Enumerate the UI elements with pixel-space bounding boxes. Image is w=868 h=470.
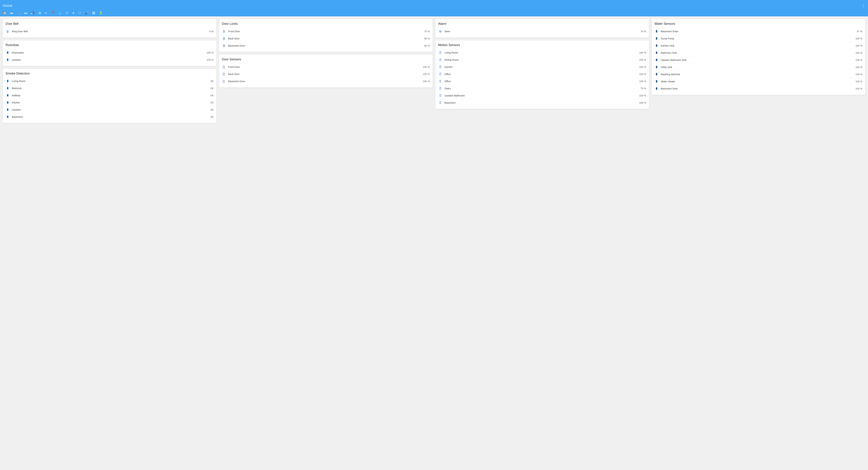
list-item[interactable]: Basement Door 84 % [222, 42, 430, 49]
door-sensor-icon [222, 79, 226, 83]
list-item[interactable]: Kitchen Sink 100 % [654, 42, 862, 49]
device-name: Basement Door [661, 87, 856, 90]
list-item[interactable]: Water Heater 100 % [654, 78, 862, 85]
device-name: Bedroom [12, 87, 210, 90]
list-item[interactable]: Basement Door 100 % [222, 78, 430, 85]
nav-pin-icon[interactable]: 📍 [51, 11, 55, 15]
device-name: Siren [444, 30, 641, 33]
device-name: Kitchen [444, 66, 639, 68]
svg-rect-50 [440, 94, 441, 95]
list-item[interactable]: Back Door 98 % [222, 35, 430, 42]
svg-rect-37 [440, 52, 441, 54]
motion-icon [438, 72, 442, 76]
motion-icon [438, 58, 442, 62]
nav-edit-icon[interactable]: ✏ [45, 11, 47, 15]
list-item[interactable]: Living Room Ok [6, 77, 214, 85]
list-item[interactable]: Dining Room 100 % [438, 56, 646, 63]
list-item[interactable]: Sump Pump 100 % [654, 35, 862, 42]
nav-mail-icon[interactable]: 📬 [31, 11, 35, 15]
device-value: 100 % [423, 66, 430, 68]
lock-icon [222, 36, 226, 41]
header-actions: ⋮ [861, 3, 865, 8]
svg-rect-5 [7, 52, 8, 54]
list-item[interactable]: Utility Sink 100 % [654, 64, 862, 71]
svg-rect-52 [440, 101, 441, 102]
device-name: Upstairs [12, 108, 210, 111]
nav-shield-icon[interactable]: 🛡 [78, 11, 81, 15]
water-sensor-icon [654, 36, 659, 41]
list-item[interactable]: Kitchen Ok [6, 99, 214, 106]
device-value: 100 % [856, 66, 862, 69]
svg-rect-13 [7, 87, 8, 87]
svg-rect-76 [656, 80, 657, 82]
door-locks-title: Door Locks [222, 22, 430, 26]
nav-rooms-icon[interactable]: 🛏 [10, 11, 13, 15]
list-item[interactable]: Office 100 % [438, 70, 646, 78]
nav-home-icon[interactable]: 🏠 [3, 11, 7, 15]
list-item[interactable]: Upstairs Bathroom 100 % [438, 92, 646, 99]
list-item[interactable]: Basement Drain 97 % [654, 28, 862, 35]
list-item[interactable]: Upstairs Bathroom Sink 100 % [654, 56, 862, 64]
device-value: 100 % [856, 44, 862, 47]
list-item[interactable]: Hallway Ok [6, 92, 214, 99]
list-item[interactable]: Kitchen 100 % [438, 63, 646, 70]
water-sensor-icon [654, 58, 659, 62]
device-name: Upstairs [12, 59, 207, 61]
list-item[interactable]: Front Door 100 % [222, 63, 430, 70]
svg-rect-43 [440, 73, 441, 75]
device-name: Upstairs Bathroom Sink [661, 59, 856, 61]
list-item[interactable]: Office 100 % [438, 78, 646, 85]
svg-rect-1 [7, 30, 8, 30]
device-name: Office [444, 80, 639, 83]
list-item[interactable]: Basement Ok [6, 113, 214, 121]
nav-flight-icon[interactable]: ✈ [72, 11, 75, 15]
svg-rect-39 [440, 59, 441, 61]
device-value: Ok [210, 87, 214, 90]
menu-icon[interactable]: ⋮ [861, 3, 865, 8]
svg-rect-66 [656, 59, 657, 59]
device-value: 6 % [209, 30, 214, 33]
nav-mic-icon[interactable]: 🎤 [85, 11, 89, 15]
nav-gallery-icon[interactable]: 🖼 [92, 11, 95, 15]
device-name: Basement [444, 101, 639, 104]
nav-timer-icon[interactable]: ⏱ [65, 11, 69, 15]
svg-rect-61 [656, 45, 657, 46]
list-item[interactable]: Basement Door 100 % [654, 85, 862, 92]
device-name: Basement Door [228, 80, 423, 83]
nav-battery-icon[interactable]: 🔋 [99, 11, 103, 15]
device-value: 100 % [856, 37, 862, 40]
list-item[interactable]: Downstairs 100 % [6, 49, 214, 56]
device-value: Ok [210, 115, 214, 118]
list-item[interactable]: Stairs 75 % [438, 85, 646, 92]
list-item[interactable]: Ring Door Bell 6 % [6, 28, 214, 35]
app-title: Home [3, 4, 12, 8]
device-name: Sump Pump [661, 37, 856, 40]
device-name: Basement Door [228, 44, 424, 47]
lock-icon [222, 29, 226, 33]
list-item[interactable]: Bathroom Sink 100 % [654, 49, 862, 56]
device-value: 100 % [639, 94, 646, 97]
list-item[interactable]: Basement 100 % [438, 99, 646, 106]
smoke-icon [6, 86, 10, 90]
water-sensor-icon [654, 29, 659, 33]
nav-display-icon[interactable]: 🖥 [38, 11, 41, 15]
water-sensors-card: Water Sensors Basement Drain 97 % Sump P… [652, 19, 865, 95]
water-sensor-icon [654, 51, 659, 55]
list-item[interactable]: Upstairs 100 % [6, 56, 214, 63]
list-item[interactable]: Bedroom Ok [6, 85, 214, 92]
list-item[interactable]: Back Door 100 % [222, 70, 430, 78]
water-sensor-icon [654, 87, 659, 91]
nav-sleep-icon[interactable]: 🛏 [24, 11, 27, 15]
list-item[interactable]: Upstairs Ok [6, 106, 214, 113]
list-item[interactable]: Siren 74 % [438, 28, 646, 35]
smoke-detectors-card: Smoke Detectors Living Room Ok Bedroom O… [3, 69, 216, 123]
water-sensor-icon [654, 79, 659, 83]
list-item[interactable]: Front Door 75 % [222, 28, 430, 35]
nav-water-icon[interactable]: 💧 [58, 11, 62, 15]
list-item[interactable]: Washing Machine 100 % [654, 71, 862, 78]
svg-rect-11 [7, 80, 8, 82]
device-value: Ok [210, 108, 214, 111]
nav-tools-icon[interactable]: 🔧 [17, 11, 21, 15]
device-value: 100 % [423, 73, 430, 75]
list-item[interactable]: Living Room 100 % [438, 49, 646, 56]
